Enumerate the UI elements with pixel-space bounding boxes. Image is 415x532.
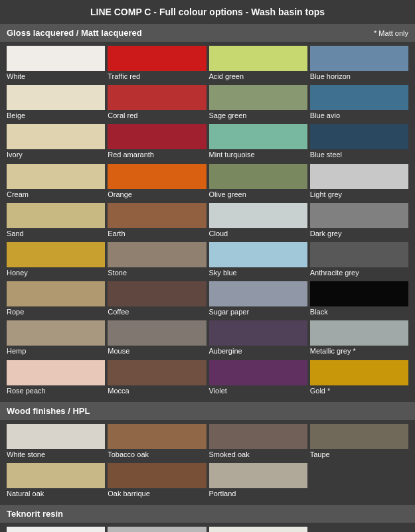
color-item: Ivory (7, 124, 105, 162)
section-label-teknorit: Teknorit resin (7, 509, 63, 519)
color-item: Coral red (108, 85, 206, 123)
color-swatch (7, 360, 105, 385)
color-label: Olive green (209, 189, 246, 202)
color-item: Violet (209, 360, 307, 398)
color-item: White stone (7, 424, 105, 462)
color-swatch (310, 46, 408, 71)
colors-grid-wood: White stoneNatural oakTobacco oakOak bar… (0, 420, 415, 505)
color-label: Sage green (209, 110, 247, 123)
color-col-gloss-3: Blue horizonBlue avioBlue steelLight gre… (309, 44, 410, 399)
section-header-teknorit: Teknorit resin (0, 505, 415, 523)
color-swatch (108, 164, 206, 189)
color-label: Black (310, 306, 328, 319)
color-label: Sugar paper (209, 306, 250, 319)
color-item: Black (310, 281, 408, 319)
color-label: Honey (7, 267, 28, 280)
color-label: Taupe (310, 449, 330, 462)
color-item: Oak barrique (108, 463, 206, 501)
color-item: Sage green (209, 85, 307, 123)
color-swatch (108, 527, 206, 532)
color-label: Orange (108, 189, 132, 202)
color-item: Sand (7, 203, 105, 241)
color-label: Violet (209, 385, 227, 398)
color-swatch (209, 463, 307, 488)
page-title: LINE COMP C - Full colour options - Wash… (0, 0, 415, 24)
color-item: Slate white (209, 527, 307, 532)
color-label: Blue horizon (310, 71, 351, 84)
color-label: Rose peach (7, 385, 46, 398)
color-label: Mouse (108, 346, 129, 358)
color-label: Blue steel (310, 149, 342, 162)
color-label: Traffic red (108, 71, 140, 84)
color-item: Stone (108, 242, 206, 280)
color-item: Portland (209, 463, 307, 501)
color-swatch (209, 124, 307, 149)
color-col-teknorit-0: Matt whiteMatt beige (5, 525, 106, 532)
color-item: Blue steel (310, 124, 408, 162)
color-item: Mocca (108, 360, 206, 398)
color-label: Earth (108, 228, 125, 241)
color-swatch (108, 203, 206, 228)
color-col-teknorit-3 (309, 525, 410, 532)
color-label: Coffee (108, 306, 129, 319)
color-label: Aubergine (209, 346, 242, 358)
color-swatch (310, 203, 408, 228)
color-label: Mint turquoise (209, 149, 255, 162)
color-col-wood-0: White stoneNatural oak (5, 423, 106, 502)
color-col-gloss-0: WhiteBeigeIvoryCreamSandHoneyRopeHempRos… (5, 44, 106, 399)
color-col-wood-3: Taupe (309, 423, 410, 502)
color-swatch (209, 46, 307, 71)
color-swatch (310, 242, 408, 267)
color-item: Traffic red (108, 46, 206, 84)
color-item: Aubergine (209, 320, 307, 358)
color-swatch (209, 424, 307, 449)
color-swatch (108, 424, 206, 449)
color-swatch (108, 360, 206, 385)
color-label: Hemp (7, 346, 26, 358)
color-item: Gold * (310, 360, 408, 398)
color-swatch (310, 360, 408, 385)
color-item: White (7, 46, 105, 84)
color-item: Olive green (209, 164, 307, 202)
color-label: Sand (7, 228, 24, 241)
color-item: Matt grey silk (108, 527, 206, 532)
color-item: Acid green (209, 46, 307, 84)
color-swatch (108, 242, 206, 267)
color-item: Light grey (310, 164, 408, 202)
color-col-teknorit-2: Slate whiteSlate grey (208, 525, 309, 532)
color-label: Anthracite grey (310, 267, 359, 280)
color-item: Smoked oak (209, 424, 307, 462)
color-item: Hemp (7, 320, 105, 358)
color-swatch (7, 320, 105, 346)
color-col-teknorit-1: Matt grey silkMatt graphite grey (106, 525, 207, 532)
color-label: Red amaranth (108, 149, 154, 162)
section-header-wood: Wood finishes / HPL (0, 402, 415, 420)
color-item: Mint turquoise (209, 124, 307, 162)
color-swatch (7, 203, 105, 228)
color-item: Rope (7, 281, 105, 319)
color-item: Tobacco oak (108, 424, 206, 462)
color-col-wood-2: Smoked oakPortland (208, 423, 309, 502)
color-item: Blue horizon (310, 46, 408, 84)
color-swatch (209, 164, 307, 189)
color-item: Mouse (108, 320, 206, 358)
color-item: Sky blue (209, 242, 307, 280)
color-item: Blue avio (310, 85, 408, 123)
section-header-gloss: Gloss lacquered / Matt lacquered* Matt o… (0, 24, 415, 42)
color-label: Oak barrique (108, 488, 150, 501)
color-swatch (7, 281, 105, 306)
color-label: Acid green (209, 71, 244, 84)
color-item: Rose peach (7, 360, 105, 398)
color-swatch (310, 320, 408, 346)
section-label-gloss: Gloss lacquered / Matt lacquered (7, 28, 142, 38)
color-item: Sugar paper (209, 281, 307, 319)
color-label: Portland (209, 488, 236, 501)
color-label: Metallic grey * (310, 346, 356, 358)
color-item: Cloud (209, 203, 307, 241)
color-label: Rope (7, 306, 24, 319)
color-col-wood-1: Tobacco oakOak barrique (106, 423, 207, 502)
color-col-gloss-2: Acid greenSage greenMint turquoiseOlive … (208, 44, 309, 399)
color-label: White stone (7, 449, 45, 462)
color-col-gloss-1: Traffic redCoral redRed amaranthOrangeEa… (106, 44, 207, 399)
color-label: Ivory (7, 149, 23, 162)
